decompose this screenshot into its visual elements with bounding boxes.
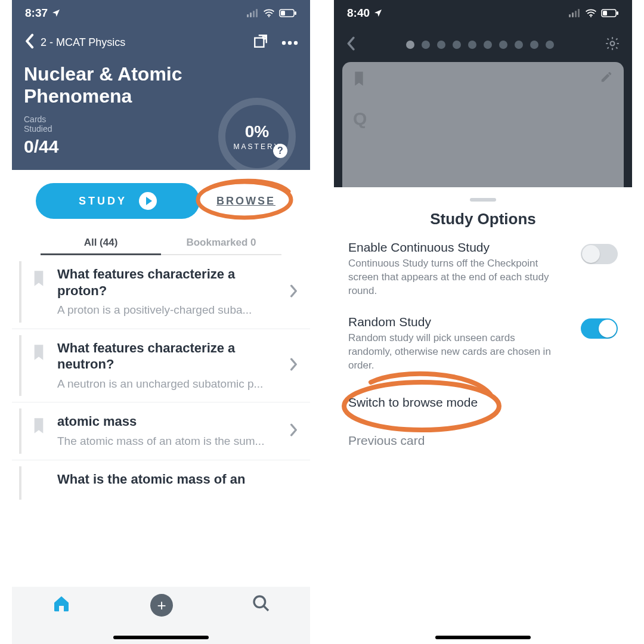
toggle-random-study[interactable]: [581, 318, 618, 339]
progress-dot: [530, 41, 538, 49]
signal-icon: [247, 9, 259, 17]
status-time: 8:37: [25, 7, 48, 20]
option-title: Enable Continuous Study: [348, 240, 571, 255]
help-button[interactable]: ?: [273, 144, 287, 158]
svg-point-14: [254, 596, 265, 608]
card-question: What is the atomic mass of an: [57, 471, 298, 488]
progress-dot: [515, 41, 523, 49]
card-question: What features characterize a proton?: [57, 266, 284, 299]
card-list: What features characterize a proton? A p…: [12, 255, 310, 505]
option-random-study: Random Study Random study will pick unse…: [348, 315, 618, 373]
chevron-right-icon: [290, 358, 298, 373]
mastery-percent: 0%: [245, 122, 269, 141]
tabs: All (44) Bookmarked 0: [41, 232, 281, 255]
status-bar: 8:40: [334, 0, 632, 26]
option-description: Random study will pick unseen cards rand…: [348, 332, 551, 373]
card-answer: The atomic mass of an atom is the sum...: [57, 434, 284, 449]
progress-dot: [499, 41, 507, 49]
bookmark-icon[interactable]: [32, 417, 48, 437]
study-button[interactable]: STUDY: [36, 183, 200, 219]
switch-browse-mode[interactable]: Switch to browse mode: [348, 389, 618, 416]
flashcard-preview[interactable]: Q: [342, 62, 624, 187]
svg-rect-0: [247, 14, 249, 17]
svg-point-23: [611, 42, 615, 46]
bookmark-icon[interactable]: [353, 70, 365, 89]
home-indicator: [113, 636, 209, 639]
home-icon: [51, 594, 72, 613]
browse-link[interactable]: BROWSE: [206, 195, 286, 208]
progress-dot: [468, 41, 476, 49]
deck-header: 2 - MCAT Physics Nuclear & Atomic Phenom…: [12, 26, 310, 170]
progress-dot: [484, 41, 492, 49]
svg-rect-6: [281, 11, 285, 16]
breadcrumb-title[interactable]: 2 - MCAT Physics: [41, 36, 125, 49]
study-label: STUDY: [79, 195, 127, 208]
svg-rect-18: [578, 9, 580, 17]
svg-rect-17: [575, 11, 577, 17]
svg-rect-21: [603, 11, 607, 16]
search-tab[interactable]: [252, 594, 271, 615]
svg-rect-7: [295, 11, 296, 15]
option-title: Random Study: [348, 315, 571, 329]
svg-rect-8: [255, 38, 264, 47]
bookmark-icon[interactable]: [32, 343, 48, 364]
deck-title: Nuclear & Atomic Phenomena: [24, 63, 203, 107]
home-tab[interactable]: [51, 594, 72, 615]
svg-rect-15: [569, 14, 571, 17]
play-icon: [139, 192, 157, 210]
list-item[interactable]: atomic mass The atomic mass of an atom i…: [12, 402, 310, 460]
more-icon[interactable]: [281, 37, 298, 48]
svg-rect-2: [253, 11, 255, 17]
progress-dot: [546, 41, 554, 49]
svg-rect-3: [256, 9, 258, 17]
back-button[interactable]: [24, 33, 35, 51]
svg-point-19: [590, 16, 592, 17]
card-question: What features characterize a neutron?: [57, 340, 284, 373]
add-button[interactable]: +: [150, 594, 173, 617]
card-question: atomic mass: [57, 413, 284, 430]
bookmark-icon[interactable]: [32, 270, 48, 290]
list-item[interactable]: What is the atomic mass of an: [12, 460, 310, 506]
progress-dot: [437, 41, 445, 49]
settings-button[interactable]: [605, 36, 620, 54]
svg-rect-22: [617, 11, 618, 15]
wifi-icon: [263, 8, 275, 18]
location-arrow-icon: [51, 8, 61, 18]
svg-point-4: [268, 16, 270, 17]
toggle-continuous-study[interactable]: [581, 244, 618, 264]
status-time: 8:40: [347, 7, 370, 20]
previous-card[interactable]: Previous card: [348, 428, 618, 454]
option-continuous-study: Enable Continuous Study Continuous Study…: [348, 240, 618, 298]
gear-icon: [605, 36, 620, 51]
list-item[interactable]: What features characterize a neutron? A …: [12, 329, 310, 403]
card-answer: A proton is a positively-charged suba...: [57, 302, 284, 318]
signal-icon: [569, 9, 581, 17]
svg-rect-16: [572, 13, 574, 17]
progress-dot: [422, 41, 430, 49]
sheet-grabber[interactable]: [470, 198, 496, 202]
tab-all[interactable]: All (44): [41, 232, 161, 255]
location-arrow-icon: [373, 8, 383, 18]
study-options-sheet: Study Options Enable Continuous Study Co…: [334, 188, 632, 644]
mastery-ring: 0% MASTERY: [218, 98, 296, 175]
back-button[interactable]: [346, 36, 355, 53]
card-answer: A neutron is an uncharged subatomic p...: [57, 376, 284, 392]
list-item[interactable]: What features characterize a proton? A p…: [12, 255, 310, 329]
question-icon: Q: [353, 109, 367, 129]
search-icon: [252, 594, 271, 613]
study-header: Q: [334, 26, 632, 187]
battery-icon: [279, 9, 297, 17]
sheet-title: Study Options: [348, 210, 618, 228]
chevron-right-icon: [290, 423, 298, 439]
svg-point-11: [288, 41, 292, 45]
share-icon[interactable]: [253, 33, 268, 51]
progress-dots: [406, 41, 554, 49]
battery-icon: [601, 9, 619, 17]
home-indicator: [435, 636, 531, 639]
option-description: Continuous Study turns off the Checkpoin…: [348, 257, 551, 298]
bottom-nav: +: [12, 587, 310, 644]
edit-icon[interactable]: [600, 70, 613, 86]
status-bar: 8:37: [12, 0, 310, 26]
tab-bookmarked[interactable]: Bookmarked 0: [161, 232, 281, 254]
progress-dot: [406, 41, 414, 49]
